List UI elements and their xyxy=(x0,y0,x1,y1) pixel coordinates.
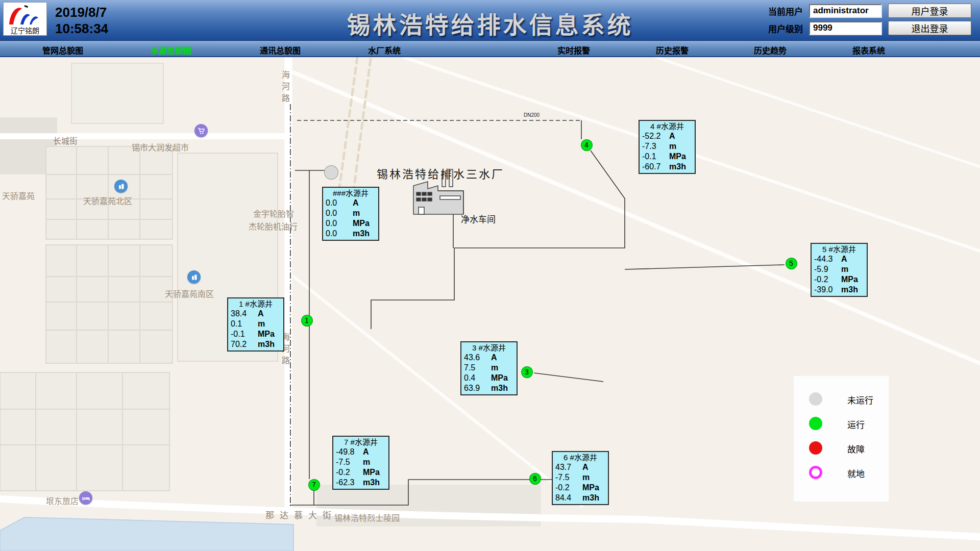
well-value: 70.2 xyxy=(231,339,258,349)
well-unit: m xyxy=(258,319,280,329)
well-value: 0.0 xyxy=(326,229,353,239)
well-unit: m xyxy=(841,264,864,274)
map-label-tire2: 杰轮胎机油行 xyxy=(249,220,298,232)
well-unit: m3h xyxy=(582,493,605,503)
well-value: 0.0 xyxy=(326,198,353,208)
map-label-cemetery: 锡林浩特烈士陵园 xyxy=(334,511,400,523)
well-value: 43.6 xyxy=(464,353,491,363)
well-value: -0.2 xyxy=(336,467,363,478)
well-box-1[interactable]: 1 #水源井38.4A0.1m-0.1MPa70.2m3h xyxy=(227,297,284,352)
logout-button[interactable]: 退出登录 xyxy=(888,21,971,35)
well-row: -7.3m xyxy=(640,141,695,152)
well-unit: MPa xyxy=(841,274,864,285)
well-row: -39.0m3h xyxy=(812,285,867,295)
well-unit: m xyxy=(353,208,375,218)
header-bar: 辽宁铭朗 2019/8/7 10:58:34 锡林浩特给排水信息系统 当前用户 … xyxy=(0,0,980,41)
legend-label: 故障 xyxy=(847,442,865,455)
well-value: -7.5 xyxy=(555,472,582,483)
well-marker-3[interactable]: 3 xyxy=(521,366,533,378)
legend-label: 未运行 xyxy=(847,393,873,406)
menu-item-8[interactable]: 报表系统 xyxy=(852,44,885,56)
well-row: 43.7A xyxy=(553,462,608,472)
well-box-4[interactable]: 4 #水源井-52.2A-7.3m-0.1MPa-60.7m3h xyxy=(639,120,696,174)
well-value: -39.0 xyxy=(814,285,841,295)
workshop-label: 净水车间 xyxy=(461,212,496,225)
well-row: -60.7m3h xyxy=(640,162,695,172)
legend-row-running: 运行 xyxy=(794,416,889,431)
map-label-tire1: 金宇轮胎智 xyxy=(253,207,294,219)
well-marker-4[interactable]: 4 xyxy=(581,139,593,151)
well-box-3[interactable]: 3 #水源井43.6A7.5m0.4MPa63.9m3h xyxy=(460,341,518,395)
menu-item-7[interactable]: 历史趋势 xyxy=(754,44,787,56)
well-box-2[interactable]: ###水源井0.0A0.0m0.0MPa0.0m3h xyxy=(322,187,379,241)
well-marker-6[interactable]: 6 xyxy=(529,473,541,485)
well-unit: m3h xyxy=(669,162,692,172)
well-row: 84.4m3h xyxy=(553,493,608,503)
menu-item-6[interactable]: 历史报警 xyxy=(656,44,689,56)
map-label-tianjiao: 天骄嘉苑 xyxy=(2,189,35,202)
well-row: 70.2m3h xyxy=(228,339,283,349)
map-label-changcheng: 长城街 xyxy=(53,134,78,146)
well-value: 38.4 xyxy=(231,309,258,319)
user-panel: 当前用户 用户登录 用户级别 退出登录 xyxy=(768,4,975,35)
hotel-icon xyxy=(79,491,92,505)
well-marker-5[interactable]: 5 xyxy=(786,258,797,269)
well-unit: m xyxy=(669,141,692,152)
well-row: 38.4A xyxy=(228,309,283,319)
date-text: 2019/8/7 xyxy=(55,4,108,20)
time-text: 10:58:34 xyxy=(55,20,108,37)
legend-label: 就地 xyxy=(847,467,865,480)
company-logo: 辽宁铭朗 xyxy=(3,2,47,36)
well-marker-7[interactable]: 7 xyxy=(308,479,320,491)
legend-row-fault: 故障 xyxy=(794,440,889,456)
legend-row-stopped: 未运行 xyxy=(794,391,889,407)
menu-item-3[interactable]: 通讯总貌图 xyxy=(260,44,301,56)
residence-south-icon xyxy=(187,270,201,284)
menu-item-2[interactable]: 水源总貌图 xyxy=(151,44,191,56)
well-value: -62.3 xyxy=(336,478,363,488)
plant-title: 锡林浩特给排水三水厂 xyxy=(377,165,504,181)
menu-item-4[interactable]: 水厂系统 xyxy=(368,44,401,56)
well-row: -0.1MPa xyxy=(228,329,283,339)
well-row: -49.8A xyxy=(333,447,388,457)
menu-item-1[interactable]: 管网总貌图 xyxy=(42,44,83,56)
well-unit: A xyxy=(353,198,375,208)
menu-item-5[interactable]: 实时报警 xyxy=(557,44,590,56)
well-box-6[interactable]: 6 #水源井43.7A-7.5m-0.2MPa84.4m3h xyxy=(552,451,609,505)
well-value: -44.3 xyxy=(814,254,841,264)
current-user-label: 当前用户 xyxy=(768,5,803,17)
well-unit: A xyxy=(363,447,385,457)
well-title-1: 1 #水源井 xyxy=(228,299,283,309)
well-box-7[interactable]: 7 #水源井-49.8A-7.5m-0.2MPa-62.3m3h xyxy=(332,436,389,490)
well-title-5: 5 #水源井 xyxy=(812,244,867,254)
pipe-diameter-label: DN200 xyxy=(524,112,540,118)
well-row: -7.5m xyxy=(553,472,608,483)
status-legend: 未运行运行故障就地 xyxy=(794,376,889,502)
well-row: 0.0m3h xyxy=(323,229,378,239)
map-label-hotel: 垠东旅店 xyxy=(46,494,79,507)
login-button[interactable]: 用户登录 xyxy=(888,4,971,18)
well-row: -52.2A xyxy=(640,131,695,141)
well-unit: MPa xyxy=(582,483,605,493)
legend-stopped-icon xyxy=(809,392,822,406)
well-unit: MPa xyxy=(491,373,513,383)
well-row: 7.5m xyxy=(461,363,517,373)
current-user-input[interactable] xyxy=(809,4,882,18)
well-row: -44.3A xyxy=(812,254,867,264)
well-title-6: 6 #水源井 xyxy=(553,453,608,462)
map-label-supermarket: 锡市大润发超市 xyxy=(132,141,189,153)
well-marker-1[interactable]: 1 xyxy=(301,315,313,327)
well-value: -60.7 xyxy=(642,162,669,172)
well-unit: A xyxy=(258,309,280,319)
map-label-tianjiao-north: 天骄嘉苑北区 xyxy=(83,194,132,207)
map-area: 锡林浩特给排水三水厂 净水车间 DN200 未运行运行故障就地 1 #水源井38… xyxy=(0,57,980,551)
well-value: 0.4 xyxy=(464,373,491,383)
well-marker-2[interactable] xyxy=(324,165,338,180)
well-box-5[interactable]: 5 #水源井-44.3A-5.9m-0.2MPa-39.0m3h xyxy=(811,243,868,297)
user-level-input[interactable] xyxy=(809,21,882,35)
well-value: -0.1 xyxy=(231,329,258,339)
well-unit: m xyxy=(491,363,513,373)
well-row: -5.9m xyxy=(812,264,867,274)
well-value: 84.4 xyxy=(555,493,582,503)
well-value: -0.2 xyxy=(555,483,582,493)
